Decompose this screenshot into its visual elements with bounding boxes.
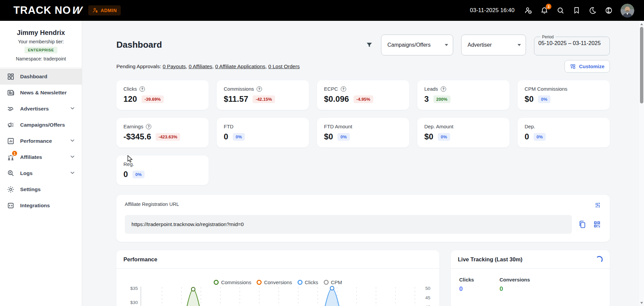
sidebar-item-dashboard[interactable]: Dashboard [0,69,82,85]
stat-card-dep-amount: Dep. Amount $00% [417,118,509,147]
pending-lost-orders-link[interactable]: 0 Lost Orders [268,63,300,69]
chevron-down-icon [69,105,76,113]
advertiser-select[interactable]: Advertiser [461,35,526,55]
stat-delta-badge: -423.63% [156,133,180,141]
legend-dot-icon [324,280,329,285]
topbar: TRACK NOW ADMIN 03-11-2025 16:40 3 [0,0,644,21]
filter-funnel-icon[interactable] [366,41,373,49]
search-icon[interactable] [556,6,565,15]
sidebar-nav: Dashboard News & Newsletter Advertisers [0,68,82,214]
period-field[interactable]: Period 05-10-2025 – 03-11-2025 [534,35,610,55]
avatar[interactable] [621,4,634,17]
bar-chart-icon [7,137,15,145]
stat-delta-badge: -4.95% [354,95,373,103]
sidebar-item-label: Performance [20,138,52,144]
help-icon[interactable] [441,86,446,92]
legend-cpm[interactable]: CPM [324,279,342,285]
dark-mode-moon-icon[interactable] [588,6,597,15]
sidebar-item-label: News & Newsletter [20,90,67,96]
chevron-down-icon [69,169,76,177]
bookmark-icon[interactable] [572,6,581,15]
sidebar-item-advertisers[interactable]: Advertisers [0,101,82,117]
admin-badge: ADMIN [88,5,121,15]
app-logo[interactable]: TRACK NOW [13,4,82,16]
sidebar-item-label: Logs [20,170,33,176]
stat-card-reg: Reg. 00% [116,156,209,185]
scrollbar-up-arrow[interactable] [639,21,644,27]
stat-delta-badge: 0% [438,133,450,141]
stats-grid: Clicks 120-39.69% Commissions $11.57-42.… [116,80,610,185]
sidebar-item-integrations[interactable]: Integrations [0,198,82,214]
legend-dot-icon [257,280,262,285]
chevron-down-icon [445,44,448,46]
admin-badge-label: ADMIN [101,8,117,13]
stat-value: 120 [123,94,137,104]
globe-icon[interactable] [604,6,613,15]
stat-delta-badge: -42.15% [253,95,275,103]
pending-affiliates-link[interactable]: 0 Affiliates [189,63,212,69]
stat-value: $0.096 [324,94,349,104]
sidebar-item-logs[interactable]: Logs [0,165,82,181]
copy-icon[interactable] [578,220,587,229]
legend-dot-icon [214,280,219,285]
sidebar-item-settings[interactable]: Settings [0,181,82,198]
help-icon[interactable] [257,86,262,92]
pending-payouts-link[interactable]: 0 Payouts [163,63,186,69]
stat-value: $0 [324,132,333,141]
user-name: Jimmy Hendrix [3,29,78,37]
megaphone-icon [7,121,15,129]
tune-sliders-icon[interactable] [594,202,601,210]
sidebar-item-label: Integrations [20,203,50,209]
stat-value: 0 [123,170,128,179]
impersonate-user-icon[interactable] [524,6,533,15]
live-conversions-metric: Conversions 0 [499,277,530,293]
notification-count-badge: 3 [546,4,551,9]
chevron-down-icon [69,153,76,161]
qr-code-icon[interactable] [593,220,601,229]
loading-spinner-icon [596,256,603,263]
sidebar-item-affiliates[interactable]: 1 Affiliates [0,149,82,165]
stat-value: $0 [525,94,534,104]
stat-value: -$345.6 [123,132,151,141]
scrollbar-thumb[interactable] [640,27,643,103]
page-title: Dashboard [116,40,162,50]
live-tracking-title: Live Tracking (Last 30m) [458,256,523,263]
live-clicks-metric: Clicks 0 [459,277,474,293]
stat-value: 0 [525,132,529,141]
main-content: Dashboard Campaigns/Offers Advertiser Pe… [82,21,644,306]
stat-delta-badge: 0% [233,133,245,141]
people-network-icon: 1 [7,153,15,161]
campaigns-offers-select-value: Campaigns/Offers [387,42,431,48]
pending-affiliate-applications-link[interactable]: 0 Affiliate Applications [215,63,265,69]
membership-tier-label: Your membership tier: [3,39,78,44]
sidebar-item-performance[interactable]: Performance [0,133,82,149]
live-conversions-label: Conversions [499,277,530,282]
campaigns-offers-select[interactable]: Campaigns/Offers [381,35,453,55]
customize-button[interactable]: Customize [565,60,610,73]
registration-url-input[interactable] [125,215,572,234]
legend-clicks[interactable]: Clicks [298,279,318,285]
newspaper-icon [7,89,15,97]
legend-commissions[interactable]: Commissions [214,279,251,285]
legend-conversions[interactable]: Conversions [257,279,292,285]
period-field-value: 05-10-2025 – 03-11-2025 [538,40,608,46]
sidebar-item-campaigns-offers[interactable]: Campaigns/Offers [0,117,82,133]
stat-card-dep: Dep. 00% [518,118,610,147]
sidebar-item-label: Affiliates [20,154,42,160]
scrollbar-down-arrow[interactable] [639,300,644,305]
namespace-label: Namespace: traderpoint [3,56,78,61]
vertical-scrollbar[interactable] [639,21,644,306]
help-icon[interactable] [146,124,151,129]
pending-approvals: Pending Approvals: 0 Payouts, 0 Affiliat… [116,63,300,70]
plugin-icon [7,202,15,210]
notifications-bell-icon[interactable]: 3 [540,6,549,15]
sidebar-item-news-newsletter[interactable]: News & Newsletter [0,85,82,101]
live-clicks-value: 0 [459,285,474,293]
stat-card-ftd-amount: FTD Amount $00% [317,118,409,147]
stat-value: 3 [424,94,429,104]
datetime-label: 03-11-2025 16:40 [470,7,515,14]
help-icon[interactable] [140,86,145,92]
dashboard-grid-icon [7,73,15,81]
affiliates-count-badge: 1 [11,150,18,157]
help-icon[interactable] [341,86,346,92]
